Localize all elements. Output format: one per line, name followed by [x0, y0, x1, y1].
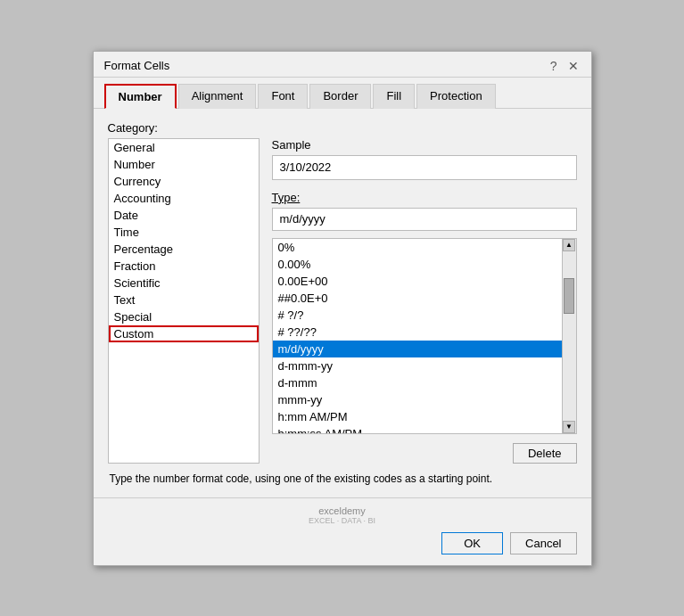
tab-fill[interactable]: Fill: [373, 84, 415, 109]
tab-border[interactable]: Border: [309, 84, 371, 109]
category-list: General Number Currency Accounting Date …: [109, 139, 259, 463]
right-panel: Sample 3/10/2022 Type: 0% 0.00% 0.00E+00…: [272, 138, 577, 464]
format-item-frac2[interactable]: # ??/??: [273, 324, 562, 341]
format-item-frac1[interactable]: # ?/?: [273, 307, 562, 324]
sample-value: 3/10/2022: [272, 155, 577, 180]
format-cells-dialog: Format Cells ? ✕ Number Alignment Font B…: [93, 51, 592, 566]
bottom-bar: exceldemy EXCEL · DATA · BI OK Cancel: [94, 497, 591, 565]
sample-section: Sample 3/10/2022: [272, 138, 577, 180]
format-list: 0% 0.00% 0.00E+00 ##0.0E+0 # ?/? # ??/??…: [273, 239, 576, 433]
delete-button[interactable]: Delete: [513, 443, 577, 464]
format-item-m-d-yyyy[interactable]: m/d/yyyy: [273, 341, 562, 357]
type-section: Type:: [272, 191, 577, 231]
type-label: Type:: [272, 191, 577, 204]
tab-number[interactable]: Number: [104, 84, 177, 109]
close-button[interactable]: ✕: [566, 59, 581, 73]
format-item-h-mm-ss-ampm[interactable]: h:mm:ss AM/PM: [273, 425, 562, 433]
format-item-h-mm-ampm[interactable]: h:mm AM/PM: [273, 408, 562, 425]
dialog-title: Format Cells: [104, 59, 170, 72]
format-item-mmm-yy[interactable]: mmm-yy: [273, 391, 562, 408]
tab-protection[interactable]: Protection: [416, 84, 496, 109]
category-item-general[interactable]: General: [109, 139, 259, 156]
format-item-0-00e+00[interactable]: 0.00E+00: [273, 273, 562, 290]
tab-alignment[interactable]: Alignment: [178, 84, 257, 109]
tab-font[interactable]: Font: [258, 84, 308, 109]
action-buttons: OK Cancel: [441, 532, 576, 554]
format-item-##0-0e+0[interactable]: ##0.0E+0: [273, 290, 562, 307]
category-item-fraction[interactable]: Fraction: [109, 258, 259, 275]
main-row: General Number Currency Accounting Date …: [108, 138, 577, 464]
left-panel: General Number Currency Accounting Date …: [108, 138, 260, 464]
scrollbar-track: [563, 251, 575, 421]
watermark: exceldemy EXCEL · DATA · BI: [309, 505, 375, 525]
category-label: Category:: [108, 121, 577, 135]
format-item-0-00pct[interactable]: 0.00%: [273, 256, 562, 273]
ok-button[interactable]: OK: [441, 532, 503, 554]
category-item-accounting[interactable]: Accounting: [109, 190, 259, 207]
title-bar: Format Cells ? ✕: [94, 52, 591, 78]
cancel-button[interactable]: Cancel: [510, 532, 576, 554]
delete-row: Delete: [272, 443, 577, 464]
tabs-bar: Number Alignment Font Border Fill Protec…: [94, 78, 591, 109]
scrollbar-thumb[interactable]: [564, 278, 574, 314]
category-item-percentage[interactable]: Percentage: [109, 241, 259, 258]
category-item-scientific[interactable]: Scientific: [109, 275, 259, 292]
category-item-number[interactable]: Number: [109, 156, 259, 173]
format-item-d-mmm-yy[interactable]: d-mmm-yy: [273, 357, 562, 374]
format-item-d-mmm[interactable]: d-mmm: [273, 374, 562, 391]
sample-label: Sample: [272, 138, 577, 152]
hint-text: Type the number format code, using one o…: [108, 472, 577, 485]
dialog-body: Category: General Number Currency Accoun…: [94, 109, 591, 497]
title-bar-controls: ? ✕: [548, 59, 581, 73]
help-button[interactable]: ?: [548, 59, 559, 73]
watermark-sub: EXCEL · DATA · BI: [309, 516, 375, 525]
type-input[interactable]: [272, 208, 577, 231]
format-item-0pct[interactable]: 0%: [273, 239, 562, 256]
category-item-special[interactable]: Special: [109, 308, 259, 325]
format-list-scrollbar: ▲ ▼: [562, 239, 576, 433]
format-list-container: 0% 0.00% 0.00E+00 ##0.0E+0 # ?/? # ??/??…: [272, 238, 577, 434]
category-item-currency[interactable]: Currency: [109, 173, 259, 190]
scrollbar-down-arrow[interactable]: ▼: [563, 421, 575, 433]
category-item-text[interactable]: Text: [109, 292, 259, 308]
category-item-custom[interactable]: Custom: [109, 325, 259, 342]
category-item-date[interactable]: Date: [109, 207, 259, 224]
category-item-time[interactable]: Time: [109, 224, 259, 241]
scrollbar-up-arrow[interactable]: ▲: [563, 239, 575, 251]
category-list-container: General Number Currency Accounting Date …: [108, 138, 260, 464]
watermark-brand: exceldemy: [309, 505, 375, 516]
